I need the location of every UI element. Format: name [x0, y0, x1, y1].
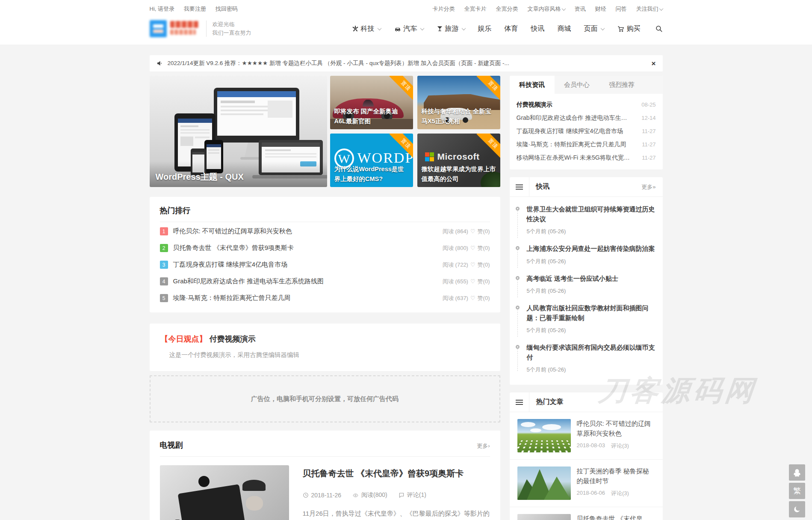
topbar-link-news[interactable]: 资讯	[575, 5, 586, 13]
hero-row: WordPress主题 - QUX 置顶 即将发布 国产全新奥迪A6L最新官图 …	[150, 76, 500, 187]
article-title[interactable]: 贝托鲁奇去世 《末代皇帝》曾获9项奥斯卡	[303, 468, 490, 479]
topbar-link-follow-us[interactable]: 关注我们	[636, 5, 663, 13]
hero-slider[interactable]: WordPress主题 - QUX	[150, 76, 327, 187]
main-column: WordPress主题 - QUX 置顶 即将发布 国产全新奥迪A6L最新官图 …	[150, 76, 500, 520]
list-item: 埃隆·马斯克：特斯拉距离死亡曾只差几周 11-27	[517, 138, 656, 151]
nav-label: 购买	[627, 24, 641, 33]
flash-article-link[interactable]: 上海浦东公安分局查处一起妨害传染病防治案	[527, 244, 655, 254]
nav-item-tech[interactable]: 科技	[352, 24, 381, 33]
post-title[interactable]: 拉丁美洲的春季 秘鲁探秘的最佳时节	[577, 467, 655, 486]
topbar-link-article-style[interactable]: 文章内容风格	[528, 5, 565, 13]
floating-toolbar: 繁	[789, 464, 805, 517]
comment-icon	[399, 492, 405, 498]
featured-card-bmw[interactable]: 置顶 科技与奢华相结合 全新宝马X5正式亮相	[417, 76, 500, 129]
rank-article-link[interactable]: 呼伦贝尔: 不可错过的辽阔草原和兴安秋色	[173, 227, 292, 235]
tab-strong-recommend[interactable]: 强烈推荐	[599, 76, 644, 94]
chevron-down-icon	[659, 6, 663, 11]
featured-card-wordpress[interactable]: 置顶 W WORDPRES 为什么说WordPress是世界上最好的CMS?	[330, 134, 413, 187]
tv-section-header: 电视剧 更多›	[160, 440, 490, 457]
nav-item-travel[interactable]: 旅游	[437, 24, 465, 33]
list-icon[interactable]	[510, 392, 529, 412]
qq-contact-button[interactable]	[789, 464, 805, 481]
today-description: 这是一个付费视频演示，采用古腾堡编辑器编辑	[169, 351, 489, 359]
today-section: 【今日观点】付费视频演示 这是一个付费视频演示，采用古腾堡编辑器编辑	[150, 324, 500, 371]
more-link[interactable]: 更多»	[641, 183, 656, 191]
reads-meta: 阅读(800)	[352, 491, 387, 499]
today-article-link[interactable]: 付费视频演示	[210, 335, 256, 343]
tab-tech-news[interactable]: 科技资讯	[510, 76, 555, 94]
article-thumbnail[interactable]	[160, 465, 289, 520]
flash-time: 5个月前 (05-26)	[527, 258, 655, 265]
article-date: 11-27	[642, 128, 656, 134]
timeline-dot-icon	[516, 306, 520, 309]
flash-article-link[interactable]: 高考临近 送考生一份应试小贴士	[527, 274, 655, 284]
post-thumbnail[interactable]	[517, 419, 571, 452]
traditional-chinese-button[interactable]: 繁	[789, 483, 805, 499]
more-link[interactable]: 更多›	[477, 442, 490, 450]
sticky-ribbon: 置顶	[469, 76, 500, 107]
rank-article-link[interactable]: Grab和印尼政府达成合作 推进电动车生态系统路线图	[173, 277, 324, 285]
topbar-link-fullwidth-card[interactable]: 全宽卡片	[464, 5, 487, 13]
article-link[interactable]: 移动网络正在杀死Wi-Fi 未来5G将取代宽带?	[517, 154, 633, 162]
comments-meta: 评论(1)	[399, 491, 426, 499]
nav-item-shop[interactable]: 商城	[558, 24, 571, 33]
ad-placeholder[interactable]: 广告位，电脑和手机可分别设置，可放任何广告代码	[150, 375, 500, 422]
rank-article-link[interactable]: 丁磊现身夜店打碟 继续押宝4亿电音市场	[173, 261, 288, 269]
post-title[interactable]: 呼伦贝尔: 不可错过的辽阔草原和兴安秋色	[577, 419, 655, 438]
widget-header: 热门文章	[510, 392, 663, 412]
post-thumbnail[interactable]	[517, 514, 571, 520]
flash-article-link[interactable]: 人民教育出版社回应数学教材封面和插图问题：已着手重新绘制	[527, 303, 655, 323]
sheep-illustration	[517, 440, 571, 452]
article-link[interactable]: 丁磊现身夜店打碟 继续押宝4亿电音市场	[517, 128, 623, 135]
eye-icon	[352, 493, 359, 498]
flash-article-link[interactable]: 世界卫生大会就世卫组织可持续筹资通过历史性决议	[527, 205, 655, 224]
rank-meta: 阅读 (864)♡赞(0)	[443, 228, 490, 235]
tab-member-center[interactable]: 会员中心	[555, 76, 599, 94]
topbar-link-login[interactable]: Hi, 请登录	[150, 5, 175, 13]
featured-card-microsoft[interactable]: 置顶 Microsoft 微软超越苹果成为世界上市值最高的公司	[417, 134, 500, 187]
close-icon[interactable]: ×	[652, 60, 656, 67]
chevron-down-icon	[600, 26, 605, 30]
topbar-link-finance[interactable]: 财经	[595, 5, 606, 13]
timeline-item: 缅甸央行要求该国所有国内交易必须以缅币支付 5个月前 (05-26)	[516, 343, 655, 374]
timeline-item: 人民教育出版社回应数学教材封面和插图问题：已着手重新绘制 5个月前 (05-26…	[516, 303, 655, 334]
topbar-link-qa[interactable]: 问答	[616, 5, 627, 13]
topbar-link-card-category[interactable]: 卡片分类	[433, 5, 455, 13]
nav-label: 快讯	[531, 24, 545, 33]
topbar-link-fullwidth-category[interactable]: 全宽分类	[496, 5, 518, 13]
featured-card-title: 即将发布 国产全新奥迪A6L最新官图	[334, 107, 410, 126]
site-logo[interactable]: 欢迎光临 我们一直在努力	[150, 19, 251, 38]
article-link[interactable]: 埃隆·马斯克：特斯拉距离死亡曾只差几周	[517, 141, 626, 149]
timeline-item: 上海浦东公安分局查处一起妨害传染病防治案 5个月前 (05-26)	[516, 244, 655, 265]
post-title[interactable]: 贝托鲁奇去世 《末代皇帝》曾获9项奥斯卡	[577, 514, 655, 520]
tab-bar-filler	[644, 76, 663, 94]
slider-caption: WordPress主题 - QUX	[156, 171, 244, 183]
topbar-link-register[interactable]: 我要注册	[184, 5, 206, 13]
timeline-dot-icon	[516, 246, 520, 250]
featured-card-title: 为什么说WordPress是世界上最好的CMS?	[334, 164, 410, 184]
nav-item-sports[interactable]: 体育	[505, 24, 518, 33]
nav-item-pages[interactable]: 页面	[584, 24, 604, 33]
nav-item-car[interactable]: 汽车	[394, 24, 424, 33]
rank-article-link[interactable]: 埃隆·马斯克：特斯拉距离死亡曾只差几周	[173, 294, 291, 302]
topbar-link-recover-password[interactable]: 找回密码	[216, 5, 238, 13]
dark-mode-button[interactable]	[789, 501, 805, 517]
rank-article-link[interactable]: 贝托鲁奇去世 《末代皇帝》曾获9项奥斯卡	[173, 244, 294, 252]
rank-row: 4 Grab和印尼政府达成合作 推进电动车生态系统路线图 阅读 (655)♡赞(…	[160, 274, 490, 289]
nav-item-flash-news[interactable]: 快讯	[531, 24, 545, 33]
logo-divider	[206, 21, 207, 37]
rank-badge: 5	[160, 294, 168, 302]
article-link[interactable]: 付费视频演示	[517, 101, 552, 109]
heart-icon: ♡	[470, 228, 475, 235]
search-icon[interactable]	[655, 25, 663, 33]
nav-item-buy[interactable]: 购买	[617, 24, 641, 33]
post-thumbnail[interactable]	[517, 467, 571, 500]
cart-icon	[617, 25, 625, 33]
nav-item-entertainment[interactable]: 娱乐	[478, 24, 492, 33]
featured-card-audi[interactable]: 置顶 即将发布 国产全新奥迪A6L最新官图	[330, 76, 413, 129]
flash-article-link[interactable]: 缅甸央行要求该国所有国内交易必须以缅币支付	[527, 343, 655, 362]
article-link[interactable]: Grab和印尼政府达成合作 推进电动车生态系统路线图	[517, 114, 633, 122]
article-date: 08-25	[641, 101, 656, 108]
timeline-dot-icon	[516, 276, 520, 280]
list-icon[interactable]	[510, 177, 529, 197]
